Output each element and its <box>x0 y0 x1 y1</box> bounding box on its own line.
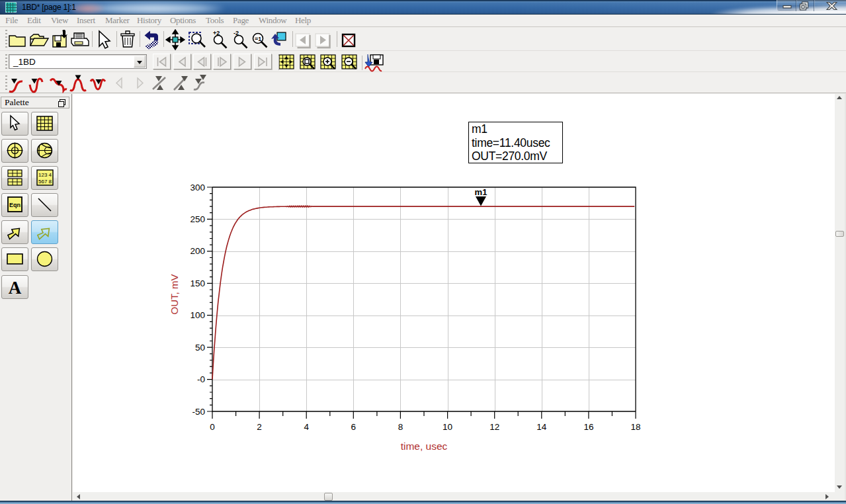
svg-text:OUT, mV: OUT, mV <box>169 274 180 315</box>
svg-text:m1: m1 <box>475 187 487 197</box>
svg-text:100: 100 <box>190 310 205 320</box>
svg-text:16: 16 <box>583 422 593 432</box>
svg-text:-50: -50 <box>192 407 205 417</box>
svg-text:6: 6 <box>351 422 357 432</box>
svg-text:A: A <box>9 278 22 298</box>
svg-text:=1: =1 <box>255 36 261 42</box>
svg-text:200: 200 <box>190 246 205 256</box>
svg-text:300: 300 <box>190 183 205 192</box>
svg-text:2: 2 <box>257 422 262 432</box>
svg-text:567 8: 567 8 <box>38 179 52 185</box>
svg-text:0: 0 <box>210 422 215 432</box>
svg-text:50: 50 <box>195 343 205 353</box>
svg-text:10: 10 <box>443 422 452 432</box>
svg-text:12: 12 <box>489 422 499 432</box>
svg-text:Eqn: Eqn <box>9 202 21 208</box>
svg-text:8: 8 <box>398 422 403 432</box>
svg-text:18: 18 <box>630 422 640 432</box>
svg-text:time, usec: time, usec <box>401 441 448 452</box>
svg-text:123 4: 123 4 <box>38 172 52 178</box>
svg-text:14: 14 <box>536 422 547 432</box>
svg-text:4: 4 <box>304 422 309 432</box>
svg-text:150: 150 <box>190 278 205 288</box>
svg-text:250: 250 <box>190 214 205 224</box>
svg-text:-0: -0 <box>197 374 205 384</box>
